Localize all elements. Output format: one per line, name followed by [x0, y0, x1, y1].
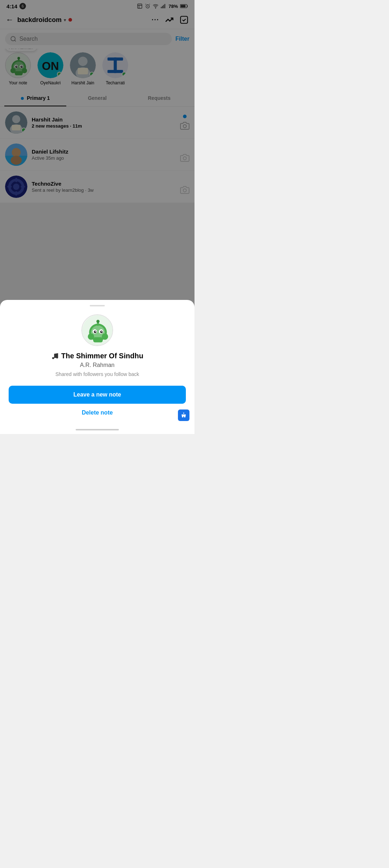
sheet-song-title: The Shimmer Of Sindhu	[51, 352, 143, 360]
sheet-artist: A.R. Rahman	[80, 362, 115, 368]
svg-point-72	[56, 356, 58, 358]
svg-point-69	[88, 333, 94, 340]
accessibility-icon	[180, 412, 187, 418]
leave-note-button[interactable]: Leave a new note	[9, 386, 186, 404]
svg-point-65	[101, 331, 102, 332]
svg-rect-68	[93, 337, 103, 342]
accessibility-fab[interactable]	[178, 409, 189, 421]
svg-point-67	[97, 320, 100, 323]
music-note-icon	[51, 352, 59, 360]
svg-point-73	[183, 413, 184, 414]
svg-point-71	[52, 357, 54, 359]
bottom-sheet: The Shimmer Of Sindhu A.R. Rahman Shared…	[0, 300, 194, 434]
sheet-shared-with: Shared with followers you follow back	[55, 371, 139, 377]
sheet-song-title-text: The Shimmer Of Sindhu	[61, 352, 143, 360]
svg-point-70	[102, 333, 108, 340]
delete-note-button[interactable]: Delete note	[82, 409, 113, 416]
sheet-avatar	[81, 314, 113, 346]
svg-point-64	[95, 331, 96, 332]
sheet-handle	[90, 305, 105, 306]
home-indicator	[76, 429, 119, 430]
